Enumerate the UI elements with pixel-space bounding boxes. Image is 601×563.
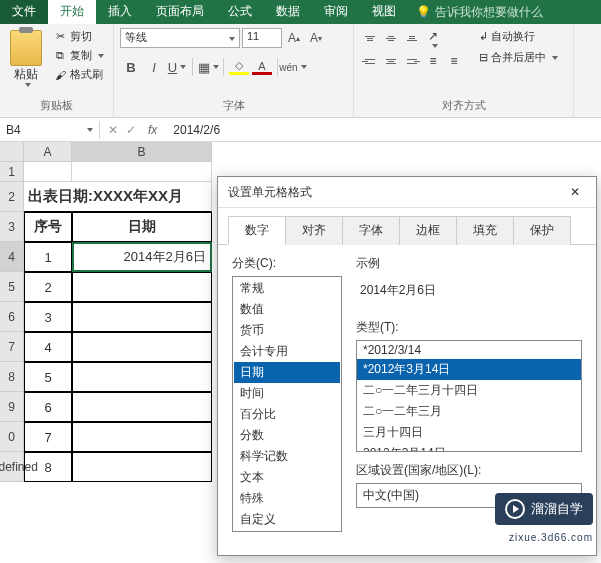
increase-indent-button[interactable]: ≡ <box>444 51 464 71</box>
cell-date[interactable]: 2014年2月6日 <box>72 242 212 272</box>
cell-date[interactable] <box>72 452 212 482</box>
row-header[interactable]: 3 <box>0 212 24 242</box>
row-header[interactable]: 0 <box>0 422 24 452</box>
tab-file[interactable]: 文件 <box>0 0 48 24</box>
fill-color-button[interactable]: ◇ <box>228 56 250 78</box>
header-cell-date[interactable]: 日期 <box>72 212 212 242</box>
cut-button[interactable]: ✂ 剪切 <box>50 28 107 45</box>
cell-date[interactable] <box>72 332 212 362</box>
align-bottom-button[interactable] <box>402 28 422 48</box>
category-item[interactable]: 特殊 <box>234 488 340 509</box>
align-middle-button[interactable] <box>381 28 401 48</box>
decrease-indent-button[interactable]: ≡ <box>423 51 443 71</box>
type-item[interactable]: 三月十四日 <box>357 422 581 443</box>
row-header[interactable]: 7 <box>0 332 24 362</box>
category-item[interactable]: 日期 <box>234 362 340 383</box>
category-item[interactable]: 文本 <box>234 467 340 488</box>
wrap-text-button[interactable]: ↲ 自动换行 <box>474 28 563 45</box>
cell-seq[interactable]: 1 <box>24 242 72 272</box>
cell-seq[interactable]: 2 <box>24 272 72 302</box>
cell-date[interactable] <box>72 392 212 422</box>
align-center-button[interactable] <box>381 51 401 71</box>
cell-date[interactable] <box>72 422 212 452</box>
cell-date[interactable] <box>72 362 212 392</box>
dialog-close-button[interactable]: ✕ <box>564 183 586 201</box>
category-item[interactable]: 分数 <box>234 425 340 446</box>
category-item[interactable]: 会计专用 <box>234 341 340 362</box>
category-item[interactable]: 自定义 <box>234 509 340 530</box>
dlg-tab-align[interactable]: 对齐 <box>285 216 343 245</box>
merge-center-button[interactable]: ⊟ 合并后居中 <box>474 49 563 66</box>
row-header[interactable]: 4 <box>0 242 24 272</box>
category-item[interactable]: 科学记数 <box>234 446 340 467</box>
category-item[interactable]: 数值 <box>234 299 340 320</box>
category-item[interactable]: 常规 <box>234 278 340 299</box>
tab-formulas[interactable]: 公式 <box>216 0 264 24</box>
border-button[interactable]: ▦ <box>197 56 219 78</box>
fx-icon[interactable]: fx <box>148 123 157 137</box>
align-top-button[interactable] <box>360 28 380 48</box>
cell-seq[interactable]: 4 <box>24 332 72 362</box>
cell[interactable] <box>72 162 212 182</box>
type-item[interactable]: 2012年3月14日 <box>357 443 581 452</box>
copy-button[interactable]: ⧉ 复制 <box>50 47 107 64</box>
header-cell-seq[interactable]: 序号 <box>24 212 72 242</box>
cell-seq[interactable]: 6 <box>24 392 72 422</box>
dialog-titlebar[interactable]: 设置单元格格式 ✕ <box>218 177 596 208</box>
title-cell[interactable]: 出表日期:XXXX年XX月 <box>24 182 212 212</box>
category-item[interactable]: 百分比 <box>234 404 340 425</box>
cell-date[interactable] <box>72 302 212 332</box>
font-name-select[interactable]: 等线 <box>120 28 240 48</box>
tab-home[interactable]: 开始 <box>48 0 96 24</box>
row-header[interactable]: 8 <box>0 362 24 392</box>
row-header[interactable]: 1 <box>0 162 24 182</box>
dlg-tab-fill[interactable]: 填充 <box>456 216 514 245</box>
align-right-button[interactable] <box>402 51 422 71</box>
select-all-corner[interactable] <box>0 142 24 162</box>
type-item[interactable]: 二○一二年三月 <box>357 401 581 422</box>
tab-view[interactable]: 视图 <box>360 0 408 24</box>
dlg-tab-protect[interactable]: 保护 <box>513 216 571 245</box>
cell[interactable] <box>24 162 72 182</box>
tab-review[interactable]: 审阅 <box>312 0 360 24</box>
confirm-icon[interactable]: ✓ <box>126 123 136 137</box>
cell-seq[interactable]: 7 <box>24 422 72 452</box>
category-item[interactable]: 货币 <box>234 320 340 341</box>
dlg-tab-border[interactable]: 边框 <box>399 216 457 245</box>
cell-seq[interactable]: 5 <box>24 362 72 392</box>
type-item[interactable]: 二○一二年三月十四日 <box>357 380 581 401</box>
category-item[interactable]: 时间 <box>234 383 340 404</box>
dlg-tab-number[interactable]: 数字 <box>228 216 286 245</box>
formula-input[interactable]: 2014/2/6 <box>165 121 228 139</box>
row-header[interactable]: undefined <box>0 452 24 482</box>
category-list[interactable]: 常规数值货币会计专用日期时间百分比分数科学记数文本特殊自定义 <box>232 276 342 532</box>
font-size-select[interactable]: 11 <box>242 28 282 48</box>
tab-data[interactable]: 数据 <box>264 0 312 24</box>
align-left-button[interactable] <box>360 51 380 71</box>
increase-font-button[interactable]: A▴ <box>284 28 304 48</box>
cell-seq[interactable]: 3 <box>24 302 72 332</box>
row-header[interactable]: 6 <box>0 302 24 332</box>
phonetic-button[interactable]: wén <box>282 56 304 78</box>
cell-date[interactable] <box>72 272 212 302</box>
type-item[interactable]: *2012年3月14日 <box>357 359 581 380</box>
tab-insert[interactable]: 插入 <box>96 0 144 24</box>
cancel-icon[interactable]: ✕ <box>108 123 118 137</box>
orientation-button[interactable]: ↗ <box>423 28 443 48</box>
col-header-b[interactable]: B <box>72 142 212 162</box>
row-header[interactable]: 2 <box>0 182 24 212</box>
row-header[interactable]: 5 <box>0 272 24 302</box>
italic-button[interactable]: I <box>143 56 165 78</box>
type-item[interactable]: *2012/3/14 <box>357 341 581 359</box>
type-list[interactable]: *2012/3/14*2012年3月14日二○一二年三月十四日二○一二年三月三月… <box>356 340 582 452</box>
row-header[interactable]: 9 <box>0 392 24 422</box>
cell-seq[interactable]: 8 <box>24 452 72 482</box>
bold-button[interactable]: B <box>120 56 142 78</box>
name-box[interactable]: B4 <box>0 121 100 139</box>
underline-button[interactable]: U <box>166 56 188 78</box>
dlg-tab-font[interactable]: 字体 <box>342 216 400 245</box>
tell-me-search[interactable]: 💡 告诉我你想要做什么 <box>408 0 601 24</box>
decrease-font-button[interactable]: A▾ <box>306 28 326 48</box>
col-header-a[interactable]: A <box>24 142 72 162</box>
tab-layout[interactable]: 页面布局 <box>144 0 216 24</box>
